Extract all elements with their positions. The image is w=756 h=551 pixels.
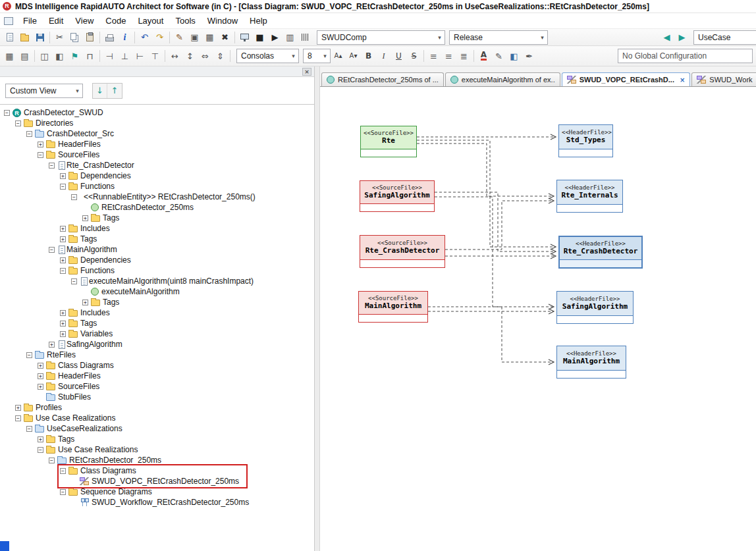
grid-icon[interactable]: ▤: [17, 49, 32, 63]
align-top-icon[interactable]: ⊤: [148, 49, 163, 63]
expander-icon[interactable]: +: [38, 373, 43, 379]
toggle-columns-icon[interactable]: ◫: [37, 49, 52, 63]
menu-window[interactable]: Window: [202, 13, 244, 28]
frame-icon[interactable]: ▣: [187, 30, 202, 44]
pen-icon[interactable]: ✒: [522, 49, 537, 63]
menu-help[interactable]: Help: [244, 13, 273, 28]
menu-layout[interactable]: Layout: [132, 13, 169, 28]
menu-file[interactable]: File: [17, 13, 43, 28]
tree-item-tags[interactable]: +Tags: [0, 213, 314, 223]
tree-item-retcrashdetector-250ms[interactable]: −REtCrashDetector_250ms: [0, 455, 314, 465]
expander-icon[interactable]: +: [82, 215, 88, 221]
font-decrease-icon[interactable]: A▾: [346, 49, 361, 63]
tree-item-sourcefiles[interactable]: −SourceFiles: [0, 149, 314, 160]
expander-icon[interactable]: −: [71, 194, 77, 200]
align-text-left-icon[interactable]: ≡: [426, 49, 441, 63]
tree-item-executemainalgorithm-uint8-maincrashimpact[interactable]: −executeMainAlgorithm(uint8 mainCrashImp…: [0, 276, 314, 286]
font-size-combo[interactable]: 8 ▾: [303, 49, 331, 63]
expander-icon[interactable]: +: [60, 236, 66, 242]
diagram-node-mainalgorithm-header[interactable]: <<HeaderFile>>MainAlgorithm: [556, 346, 626, 379]
menu-window-icon[interactable]: [4, 17, 13, 25]
tree-item-swud-vopc-retcrashdetector-250ms[interactable]: SWUD_VOPC_REtCrashDetector_250ms: [0, 476, 314, 486]
expander-icon[interactable]: +: [15, 405, 21, 411]
tree-item-includes[interactable]: +Includes: [0, 307, 314, 318]
tab-retcrashdetector-250ms-of[interactable]: REtCrashDetector_250ms of ...: [321, 72, 444, 86]
tree-item-functions[interactable]: −Functions: [0, 181, 314, 192]
pencil-icon[interactable]: ✎: [491, 49, 506, 63]
tree-item-tags[interactable]: +Tags: [0, 297, 314, 307]
export-icon[interactable]: ⊓: [82, 49, 97, 63]
close-tab-icon[interactable]: ×: [680, 76, 685, 84]
dependency-edge-rte-source-to-rte-internals-header[interactable]: [417, 144, 554, 196]
redo-icon[interactable]: ↷: [152, 30, 167, 44]
tree-item-headerfiles[interactable]: +HeaderFiles: [0, 371, 314, 381]
toggle-panel-icon[interactable]: ◧: [52, 49, 67, 63]
stop-icon[interactable]: ■: [252, 30, 267, 44]
tree-item-retcrashdetector-250ms[interactable]: REtCrashDetector_250ms: [0, 202, 314, 213]
same-width-icon[interactable]: ⇔: [198, 49, 213, 63]
expander-icon[interactable]: +: [60, 226, 66, 232]
tree-item-rtefiles[interactable]: −RteFiles: [0, 350, 314, 360]
diagram-node-mainalgorithm-source[interactable]: <<SourceFile>>MainAlgorithm: [358, 291, 428, 323]
expander-icon[interactable]: −: [60, 184, 66, 190]
expander-icon[interactable]: −: [26, 352, 32, 358]
expander-icon[interactable]: +: [60, 331, 66, 337]
tree-item-sourcefiles[interactable]: +SourceFiles: [0, 381, 314, 392]
expander-icon[interactable]: +: [38, 142, 43, 147]
view-selector[interactable]: Custom View ▾: [5, 84, 83, 98]
tree-item-headerfiles[interactable]: +HeaderFiles: [0, 139, 314, 149]
global-configuration-field[interactable]: No Global Configuration: [618, 49, 753, 63]
close-panel-icon[interactable]: ×: [302, 68, 311, 76]
diagram-canvas[interactable]: <<SourceFile>>Rte<<SourceFile>>SafingAlg…: [320, 86, 756, 551]
flag-icon[interactable]: ⚑: [67, 49, 82, 63]
tree-item-usecaserealizations[interactable]: −UseCaseRealizations: [0, 423, 314, 434]
list-icon[interactable]: ≣: [456, 49, 472, 63]
tree-item-functions[interactable]: −Functions: [0, 265, 314, 276]
expander-icon[interactable]: −: [26, 131, 32, 137]
expander-icon[interactable]: −: [60, 268, 66, 274]
expander-icon[interactable]: −: [26, 426, 32, 432]
tree-item-dependencies[interactable]: +Dependencies: [0, 171, 314, 181]
expander-icon[interactable]: −: [4, 110, 10, 116]
dependency-edge-safingalgorithm-source-to-safingalgorithm-header[interactable]: [435, 197, 554, 307]
font-color-icon[interactable]: A: [476, 49, 491, 63]
expander-icon[interactable]: +: [38, 363, 43, 369]
report-icon[interactable]: ▥: [283, 30, 298, 44]
menu-view[interactable]: View: [69, 13, 99, 28]
expander-icon[interactable]: −: [49, 247, 55, 253]
align-text-center-icon[interactable]: ≡: [441, 49, 456, 63]
menu-edit[interactable]: Edit: [43, 13, 69, 28]
bold-icon[interactable]: B: [361, 49, 376, 63]
dependency-edge-rte-crashdetector-source-to-rte-internals-header[interactable]: [445, 201, 554, 249]
tab-swud-vopc-retcrashd[interactable]: SWUD_VOPC_REtCrashD...×: [562, 72, 691, 86]
expander-icon[interactable]: −: [15, 120, 21, 126]
distribute-vertical-icon[interactable]: ↕: [182, 49, 198, 63]
expander-icon[interactable]: −: [38, 152, 43, 158]
tree-item-tags[interactable]: +Tags: [0, 318, 314, 328]
strikethrough-icon[interactable]: S: [406, 49, 421, 63]
undo-icon[interactable]: ↶: [137, 30, 152, 44]
expander-icon[interactable]: −: [71, 278, 77, 284]
tree-item-executemainalgorithm[interactable]: executeMainAlgorithm: [0, 286, 314, 297]
menu-code[interactable]: Code: [99, 13, 132, 28]
diagram-node-rte-source[interactable]: <<SourceFile>>Rte: [360, 126, 417, 157]
tree-item-stubfiles[interactable]: StubFiles: [0, 392, 314, 402]
save-icon[interactable]: [32, 30, 47, 44]
paste-icon[interactable]: [82, 30, 97, 44]
font-name-combo[interactable]: Consolas ▾: [236, 49, 299, 63]
expander-icon[interactable]: −: [15, 415, 21, 421]
expander-icon[interactable]: −: [60, 489, 66, 495]
tree-item-includes[interactable]: +Includes: [0, 223, 314, 234]
scope-combo[interactable]: UseCase: [693, 30, 756, 45]
italic-icon[interactable]: I: [376, 49, 391, 63]
diagram-node-rte-crashdetector-header[interactable]: <<HeaderFile>>Rte_CrashDetector: [558, 236, 643, 269]
cut-icon[interactable]: ✂: [52, 30, 67, 44]
tree-item-crashdetector-src[interactable]: −CrashDetector_Src: [0, 128, 314, 139]
menu-tools[interactable]: Tools: [169, 13, 201, 28]
expander-icon[interactable]: +: [38, 384, 43, 390]
align-center-icon[interactable]: ⊥: [117, 49, 132, 63]
expander-icon[interactable]: +: [82, 300, 88, 305]
print-icon[interactable]: [102, 30, 117, 44]
navigate-up-icon[interactable]: ↑: [107, 84, 122, 98]
diagram-node-safingalgorithm-header[interactable]: <<HeaderFile>>SafingAlgorithm: [556, 291, 634, 324]
